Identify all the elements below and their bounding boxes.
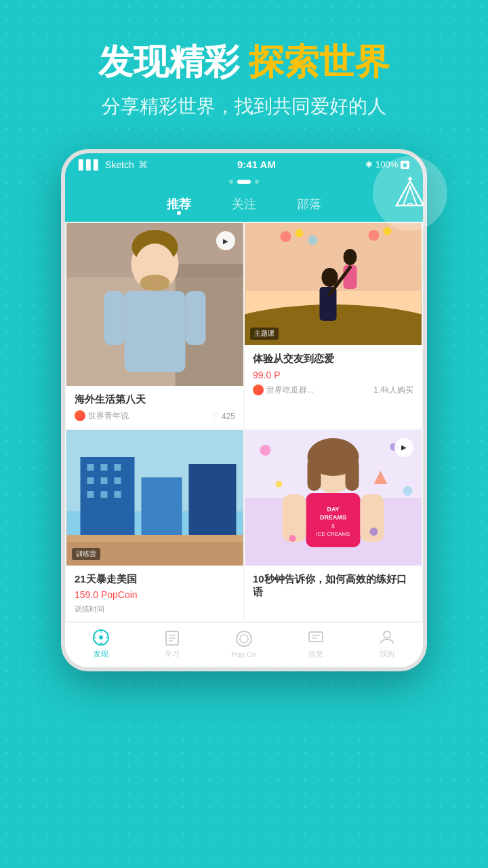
svg-rect-37	[101, 491, 108, 498]
svg-point-75	[240, 635, 248, 643]
couple-svg	[245, 223, 422, 345]
card1-likes: ♡ 425	[211, 411, 235, 421]
nav-discover[interactable]: 发现	[81, 629, 121, 659]
svg-rect-35	[115, 477, 121, 484]
card4-body: 10秒钟告诉你，如何高效的练好口语	[245, 566, 422, 610]
status-left: ▋▋▋ Sketch ⌘	[79, 159, 148, 170]
building-svg	[66, 430, 243, 566]
card2-tag: 主题课	[250, 328, 279, 340]
svg-point-65	[99, 635, 103, 639]
discover-icon	[92, 629, 110, 646]
svg-rect-8	[125, 291, 186, 372]
nav-tabs: 推荐 关注 部落	[65, 188, 423, 222]
bottom-nav: 发现 学习 Pop On	[65, 623, 423, 667]
card4-title: 10秒钟告诉你，如何高效的练好口语	[253, 572, 413, 599]
svg-point-11	[140, 275, 170, 291]
nav-discover-label: 发现	[94, 649, 108, 659]
svg-rect-33	[87, 477, 94, 484]
svg-point-18	[308, 235, 318, 245]
card2-author-name: 世界吃瓜群...	[266, 384, 314, 396]
svg-text:DREAMS: DREAMS	[320, 514, 346, 521]
card3-image: 训练营	[66, 430, 243, 566]
svg-rect-36	[87, 491, 94, 498]
nav-profile[interactable]: 我的	[367, 629, 407, 659]
status-time: 9:41 AM	[237, 159, 276, 170]
svg-text:ICE CREAMS: ICE CREAMS	[317, 531, 350, 537]
bluetooth-icon: ✱	[365, 159, 373, 170]
tab-recommended[interactable]: 推荐	[167, 196, 191, 212]
card2-meta: 世界吃瓜群... 1.4k人购买	[253, 384, 413, 396]
card2-avatar	[253, 384, 264, 395]
card1-image: ▶	[66, 223, 243, 386]
svg-point-79	[384, 631, 390, 638]
nav-popon[interactable]: Pop On	[224, 630, 264, 658]
svg-rect-13	[186, 291, 206, 345]
signal-icon: ▋▋▋	[79, 159, 101, 170]
svg-point-74	[237, 631, 251, 646]
hero-title-highlight: 探索世界	[249, 42, 390, 81]
svg-rect-30	[87, 464, 94, 471]
svg-rect-38	[115, 491, 121, 498]
svg-point-46	[276, 481, 283, 488]
man-svg	[66, 223, 243, 386]
learning-icon	[163, 629, 181, 646]
card1-title: 海外生活第八天	[75, 393, 235, 406]
tent-icon	[390, 173, 430, 214]
content-grid: ▶ 海外生活第八天 世界青年说 ♡ 425	[65, 222, 423, 623]
nav-message[interactable]: 信息	[296, 629, 336, 659]
card2-body: 体验从交友到恋爱 99.0 P 世界吃瓜群... 1.4k人购买	[245, 345, 422, 403]
popon-icon	[235, 630, 253, 648]
hero-title-white: 发现精彩	[98, 42, 239, 81]
svg-rect-53	[308, 457, 321, 491]
card2-author: 世界吃瓜群...	[253, 384, 314, 396]
dot-2	[237, 180, 251, 184]
hero-title: 发现精彩 探索世界	[27, 41, 461, 83]
card3-body: 21天暴走美国 159.0 PopCoin 训练时间	[66, 566, 243, 622]
svg-rect-34	[101, 477, 108, 484]
card3-tag: 训练营	[72, 548, 100, 560]
svg-point-62	[289, 535, 296, 542]
card1-avatar	[75, 410, 85, 421]
tent-icon-circle	[373, 156, 447, 231]
status-bar: ▋▋▋ Sketch ⌘ 9:41 AM ✱ 100% ■	[65, 153, 423, 176]
nav-learning[interactable]: 学习	[152, 629, 192, 659]
phone-mockup: ▋▋▋ Sketch ⌘ 9:41 AM ✱ 100% ■ 推荐 关注 部落	[61, 149, 427, 671]
svg-point-63	[370, 528, 378, 536]
hero-section: 发现精彩 探索世界 分享精彩世界，找到共同爱好的人	[0, 0, 488, 133]
wifi-icon: ⌘	[138, 159, 148, 170]
card4-play-btn[interactable]: ▶	[394, 438, 413, 457]
svg-point-24	[344, 249, 357, 265]
profile-icon	[378, 629, 396, 646]
card3-price: 159.0 PopCoin	[75, 589, 235, 600]
card-usa-walk[interactable]: 训练营 21天暴走美国 159.0 PopCoin 训练时间	[66, 430, 243, 622]
heart-icon: ♡	[211, 411, 220, 421]
card1-meta: 世界青年说 ♡ 425	[75, 410, 235, 422]
tab-following[interactable]: 关注	[232, 196, 256, 212]
nav-learning-label: 学习	[165, 649, 180, 659]
svg-point-20	[384, 227, 392, 235]
card4-image: DAY DREAMS & ICE CREAMS ▶	[245, 430, 422, 566]
card3-sub: 训练时间	[75, 604, 235, 614]
nav-popon-label: Pop On	[231, 650, 256, 658]
svg-point-19	[369, 230, 380, 241]
svg-text:DAY: DAY	[327, 506, 339, 513]
card1-body: 海外生活第八天 世界青年说 ♡ 425	[66, 386, 243, 429]
card-english[interactable]: DAY DREAMS & ICE CREAMS ▶ 10秒钟告诉你，如何高	[245, 430, 422, 622]
tab-tribe[interactable]: 部落	[297, 196, 321, 212]
svg-rect-23	[320, 287, 337, 321]
svg-rect-54	[346, 457, 359, 491]
card2-sales: 1.4k人购买	[373, 384, 413, 396]
card1-author: 世界青年说	[75, 410, 129, 422]
svg-rect-60	[283, 494, 306, 542]
card-dating[interactable]: 主题课 体验从交友到恋爱 99.0 P 世界吃瓜群... 1.4k人购买	[245, 223, 422, 429]
card3-title: 21天暴走美国	[75, 572, 235, 586]
svg-point-16	[281, 231, 291, 242]
card2-title: 体验从交友到恋爱	[253, 352, 413, 366]
card1-play-btn[interactable]: ▶	[216, 231, 235, 250]
card-overseas-life[interactable]: ▶ 海外生活第八天 世界青年说 ♡ 425	[66, 223, 243, 429]
card1-author-name: 世界青年说	[88, 410, 129, 422]
card1-likes-count: 425	[222, 412, 235, 421]
svg-point-17	[296, 229, 304, 237]
card2-image: 主题课	[245, 223, 422, 345]
nav-profile-label: 我的	[380, 649, 394, 659]
